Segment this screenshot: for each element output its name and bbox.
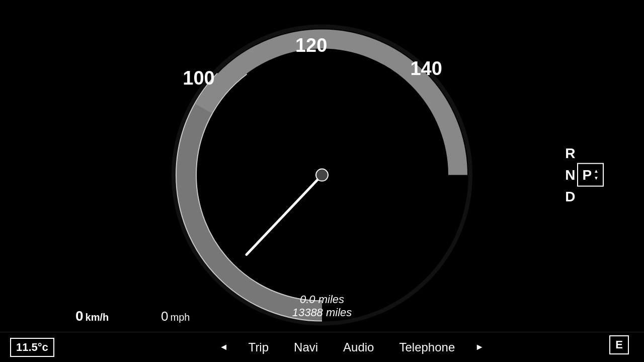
svg-text:100: 100 <box>183 67 214 89</box>
navigation-menu: ◄ Trip Navi Audio Telephone ► <box>69 340 634 354</box>
e-indicator: E <box>609 335 629 354</box>
bottom-nav-bar: 11.5°c ◄ Trip Navi Audio Telephone ► <box>0 332 644 362</box>
next-nav-arrow[interactable]: ► <box>475 342 484 352</box>
total-odometer: 13388 miles <box>292 306 352 319</box>
svg-text:140: 140 <box>410 57 442 79</box>
speed-kmh-display: 0 km/h <box>75 308 109 324</box>
prev-nav-arrow[interactable]: ◄ <box>219 342 228 352</box>
total-unit: miles <box>326 306 352 319</box>
gear-r: R <box>565 143 604 163</box>
gear-arrows: ▲ ▼ <box>594 168 599 182</box>
gear-down-arrow: ▼ <box>594 175 599 182</box>
speed-mph-unit: mph <box>170 312 190 323</box>
svg-line-12 <box>247 175 322 254</box>
gear-p-selected: P ▲ ▼ <box>577 163 604 186</box>
total-value: 13388 <box>292 306 323 319</box>
dashboard: 20 40 60 80 100 120 140 160 0 km/h 0 mph… <box>0 0 644 362</box>
trip-reading: 0.0 miles <box>292 293 352 306</box>
nav-item-navi[interactable]: Navi <box>294 340 318 354</box>
gear-n-row: N P ▲ ▼ <box>565 163 604 186</box>
gear-d: D <box>565 187 604 206</box>
temperature-display: 11.5°c <box>10 338 54 357</box>
speed-mph-display: 0 mph <box>161 309 190 324</box>
gear-up-arrow: ▲ <box>594 168 599 175</box>
speed-kmh-unit: km/h <box>86 312 109 323</box>
svg-text:120: 120 <box>295 35 327 56</box>
nav-item-audio[interactable]: Audio <box>343 340 374 354</box>
svg-point-13 <box>316 169 328 181</box>
gear-p: P <box>582 165 592 184</box>
gear-indicator: R N P ▲ ▼ D <box>565 143 604 206</box>
odometer-display: 0.0 miles 13388 miles <box>292 293 352 319</box>
speed-kmh-value: 0 <box>75 308 84 324</box>
speedometer: 20 40 60 80 100 120 140 160 <box>166 19 478 331</box>
nav-item-telephone[interactable]: Telephone <box>399 340 455 354</box>
gear-n: N <box>565 165 575 184</box>
trip-value: 0.0 <box>300 293 315 306</box>
nav-item-trip[interactable]: Trip <box>249 340 269 354</box>
speed-mph-value: 0 <box>161 309 168 324</box>
trip-unit: miles <box>318 293 344 306</box>
